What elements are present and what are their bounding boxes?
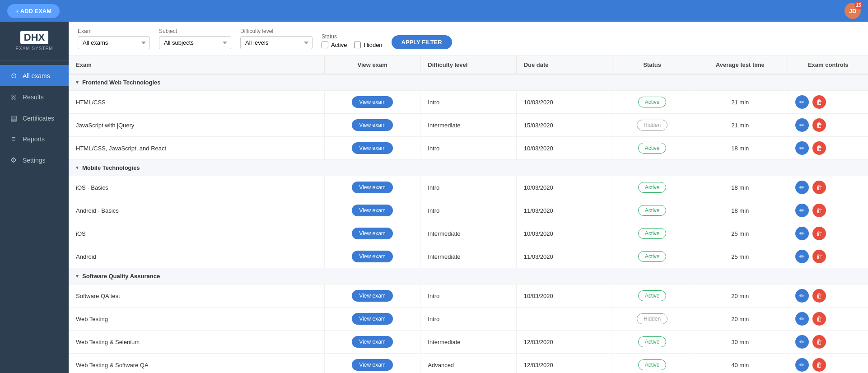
delete-button[interactable]: 🗑 bbox=[812, 358, 826, 372]
due-date-cell: 12/03/2020 bbox=[516, 354, 612, 373]
difficulty-cell: Intermediate bbox=[420, 114, 516, 137]
view-exam-button[interactable]: View exam bbox=[352, 359, 392, 371]
status-cell: Active bbox=[612, 284, 692, 308]
delete-button[interactable]: 🗑 bbox=[812, 227, 826, 240]
sidebar-item-all-exams[interactable]: ⊙ All exams bbox=[0, 65, 69, 86]
sidebar-item-reports[interactable]: ≡ Reports bbox=[0, 129, 69, 149]
delete-button[interactable]: 🗑 bbox=[812, 250, 826, 263]
notification-badge: 15 bbox=[854, 1, 863, 9]
edit-button[interactable]: ✏ bbox=[795, 204, 809, 217]
delete-button[interactable]: 🗑 bbox=[812, 181, 826, 194]
category-row[interactable]: ▾ Software Quality Assurance bbox=[69, 268, 868, 284]
view-exam-button[interactable]: View exam bbox=[352, 336, 392, 348]
settings-icon: ⚙ bbox=[9, 156, 18, 164]
view-exam-button[interactable]: View exam bbox=[352, 182, 392, 193]
view-exam-button[interactable]: View exam bbox=[352, 228, 392, 239]
sidebar-nav: ⊙ All exams ◎ Results ▤ Certificates ≡ R… bbox=[0, 61, 69, 373]
edit-button[interactable]: ✏ bbox=[795, 250, 809, 263]
table-row: JavaScript with jQuery View exam Interme… bbox=[69, 114, 868, 137]
topbar-right: JD 15 bbox=[845, 3, 861, 19]
exam-name-cell: Software QA test bbox=[69, 284, 324, 308]
add-exam-button[interactable]: + ADD EXAM bbox=[7, 4, 60, 18]
controls-buttons: ✏ 🗑 bbox=[795, 118, 861, 132]
logo: DHX bbox=[20, 31, 48, 44]
delete-button[interactable]: 🗑 bbox=[812, 289, 826, 303]
sidebar-item-results[interactable]: ◎ Results bbox=[0, 86, 69, 107]
edit-button[interactable]: ✏ bbox=[795, 358, 809, 372]
delete-button[interactable]: 🗑 bbox=[812, 312, 826, 326]
col-header-due: Due date bbox=[516, 56, 612, 74]
exam-name-cell: Web Testing & Software QA bbox=[69, 354, 324, 373]
subject-filter-group: Subject All subjects bbox=[159, 28, 231, 49]
view-exam-cell: View exam bbox=[324, 176, 420, 199]
delete-button[interactable]: 🗑 bbox=[812, 335, 826, 349]
avg-time-cell: 21 min bbox=[692, 91, 788, 114]
col-header-controls: Exam controls bbox=[788, 56, 868, 74]
edit-button[interactable]: ✏ bbox=[795, 118, 809, 132]
active-checkbox[interactable] bbox=[322, 42, 328, 48]
delete-button[interactable]: 🗑 bbox=[812, 204, 826, 217]
view-exam-button[interactable]: View exam bbox=[352, 205, 392, 216]
exam-name-cell: Android - Basics bbox=[69, 199, 324, 222]
controls-cell: ✏ 🗑 bbox=[788, 284, 868, 308]
chevron-down-icon: ▾ bbox=[76, 79, 79, 85]
edit-button[interactable]: ✏ bbox=[795, 312, 809, 326]
col-header-avg: Average test time bbox=[692, 56, 788, 74]
view-exam-cell: View exam bbox=[324, 137, 420, 160]
hidden-checkbox[interactable] bbox=[354, 42, 361, 48]
status-cell: Active bbox=[612, 354, 692, 373]
edit-button[interactable]: ✏ bbox=[795, 141, 809, 155]
edit-button[interactable]: ✏ bbox=[795, 95, 809, 109]
subject-filter-select[interactable]: All subjects bbox=[159, 36, 231, 49]
status-cell: Active bbox=[612, 222, 692, 245]
view-exam-button[interactable]: View exam bbox=[352, 313, 392, 325]
controls-cell: ✏ 🗑 bbox=[788, 199, 868, 222]
col-header-view: View exam bbox=[324, 56, 420, 74]
category-name: Mobile Technologies bbox=[82, 164, 140, 171]
view-exam-button[interactable]: View exam bbox=[352, 96, 392, 108]
difficulty-filter-select[interactable]: All levels bbox=[240, 36, 313, 49]
view-exam-button[interactable]: View exam bbox=[352, 251, 392, 262]
avg-time-cell: 25 min bbox=[692, 245, 788, 268]
view-exam-button[interactable]: View exam bbox=[352, 142, 392, 154]
difficulty-cell: Intro bbox=[420, 308, 516, 331]
status-filter-label: Status bbox=[322, 33, 383, 40]
active-checkbox-label[interactable]: Active bbox=[322, 42, 347, 48]
view-exam-button[interactable]: View exam bbox=[352, 290, 392, 302]
category-row[interactable]: ▾ Mobile Technologies bbox=[69, 160, 868, 176]
logo-area: DHX EXAM SYSTEM bbox=[0, 22, 69, 61]
category-name: Software Quality Assurance bbox=[82, 273, 160, 280]
delete-button[interactable]: 🗑 bbox=[812, 95, 826, 109]
view-exam-cell: View exam bbox=[324, 222, 420, 245]
difficulty-cell: Intro bbox=[420, 91, 516, 114]
status-cell: Active bbox=[612, 245, 692, 268]
edit-button[interactable]: ✏ bbox=[795, 289, 809, 303]
difficulty-filter-label: Difficulty level bbox=[240, 28, 313, 34]
category-row[interactable]: ▾ Frontend Web Technologies bbox=[69, 74, 868, 91]
status-badge: Active bbox=[638, 359, 667, 370]
controls-buttons: ✏ 🗑 bbox=[795, 204, 861, 217]
chevron-down-icon: ▾ bbox=[76, 273, 79, 279]
chevron-down-icon: ▾ bbox=[76, 165, 79, 171]
avg-time-cell: 18 min bbox=[692, 199, 788, 222]
delete-button[interactable]: 🗑 bbox=[812, 141, 826, 155]
status-badge: Hidden bbox=[637, 120, 667, 131]
results-icon: ◎ bbox=[9, 93, 18, 101]
sidebar-item-certificates[interactable]: ▤ Certificates bbox=[0, 107, 69, 129]
exam-filter-select[interactable]: All exams bbox=[78, 36, 150, 49]
view-exam-button[interactable]: View exam bbox=[352, 119, 392, 131]
sidebar-item-settings[interactable]: ⚙ Settings bbox=[0, 149, 69, 171]
edit-button[interactable]: ✏ bbox=[795, 227, 809, 240]
delete-button[interactable]: 🗑 bbox=[812, 118, 826, 132]
exams-table: Exam View exam Difficulty level Due date… bbox=[69, 56, 868, 373]
view-exam-cell: View exam bbox=[324, 331, 420, 354]
avg-time-cell: 20 min bbox=[692, 284, 788, 308]
status-badge: Active bbox=[638, 205, 667, 216]
view-exam-cell: View exam bbox=[324, 354, 420, 373]
edit-button[interactable]: ✏ bbox=[795, 335, 809, 349]
avatar[interactable]: JD 15 bbox=[845, 3, 861, 19]
apply-filter-button[interactable]: APPLY FILTER bbox=[392, 35, 452, 49]
hidden-checkbox-label[interactable]: Hidden bbox=[354, 42, 382, 48]
edit-button[interactable]: ✏ bbox=[795, 181, 809, 194]
table-row: HTML/CSS, JavaScript, and React View exa… bbox=[69, 137, 868, 160]
